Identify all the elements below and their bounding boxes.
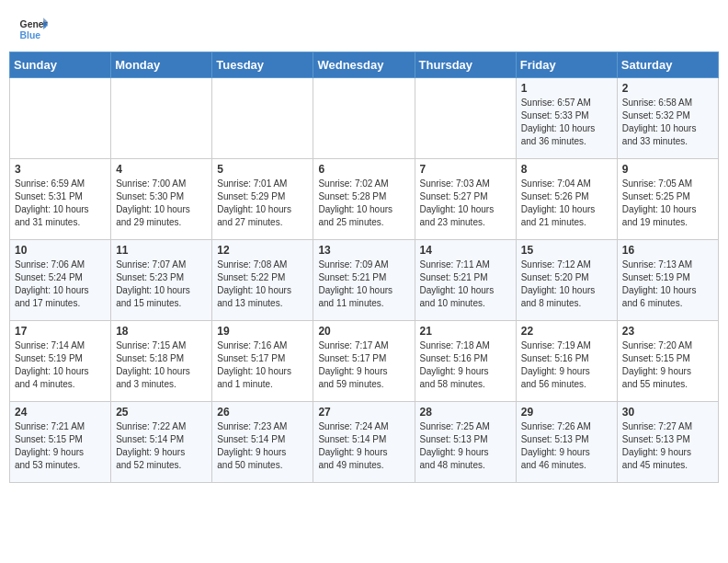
day-info: Sunrise: 7:09 AM Sunset: 5:21 PM Dayligh… bbox=[318, 259, 409, 310]
day-number: 4 bbox=[116, 163, 207, 176]
week-row-2: 3Sunrise: 6:59 AM Sunset: 5:31 PM Daylig… bbox=[10, 159, 719, 240]
day-cell: 7Sunrise: 7:03 AM Sunset: 5:27 PM Daylig… bbox=[415, 159, 516, 240]
day-cell: 28Sunrise: 7:25 AM Sunset: 5:13 PM Dayli… bbox=[415, 402, 516, 483]
day-info: Sunrise: 7:19 AM Sunset: 5:16 PM Dayligh… bbox=[521, 339, 612, 391]
day-cell bbox=[111, 78, 212, 159]
weekday-sunday: Sunday bbox=[10, 52, 111, 78]
day-info: Sunrise: 7:27 AM Sunset: 5:13 PM Dayligh… bbox=[622, 420, 713, 472]
day-info: Sunrise: 7:12 AM Sunset: 5:20 PM Dayligh… bbox=[521, 259, 612, 310]
day-info: Sunrise: 7:05 AM Sunset: 5:25 PM Dayligh… bbox=[622, 178, 713, 229]
day-cell: 1Sunrise: 6:57 AM Sunset: 5:33 PM Daylig… bbox=[516, 78, 617, 159]
day-number: 9 bbox=[622, 163, 713, 176]
day-number: 8 bbox=[521, 163, 612, 176]
day-cell: 2Sunrise: 6:58 AM Sunset: 5:32 PM Daylig… bbox=[617, 78, 718, 159]
day-info: Sunrise: 7:08 AM Sunset: 5:22 PM Dayligh… bbox=[217, 259, 308, 310]
calendar-table: SundayMondayTuesdayWednesdayThursdayFrid… bbox=[9, 52, 719, 483]
logo: General Blue bbox=[18, 15, 48, 44]
svg-text:Blue: Blue bbox=[20, 30, 41, 40]
day-info: Sunrise: 7:03 AM Sunset: 5:27 PM Dayligh… bbox=[420, 178, 511, 229]
day-number: 21 bbox=[420, 325, 511, 338]
day-cell: 17Sunrise: 7:14 AM Sunset: 5:19 PM Dayli… bbox=[10, 321, 111, 402]
day-cell: 22Sunrise: 7:19 AM Sunset: 5:16 PM Dayli… bbox=[516, 321, 617, 402]
day-cell: 6Sunrise: 7:02 AM Sunset: 5:28 PM Daylig… bbox=[313, 159, 415, 240]
day-info: Sunrise: 7:02 AM Sunset: 5:28 PM Dayligh… bbox=[318, 178, 409, 229]
day-cell: 27Sunrise: 7:24 AM Sunset: 5:14 PM Dayli… bbox=[313, 402, 415, 483]
day-info: Sunrise: 7:01 AM Sunset: 5:29 PM Dayligh… bbox=[217, 178, 308, 229]
weekday-friday: Friday bbox=[516, 52, 617, 78]
weekday-thursday: Thursday bbox=[415, 52, 516, 78]
day-info: Sunrise: 7:00 AM Sunset: 5:30 PM Dayligh… bbox=[116, 178, 207, 229]
weekday-wednesday: Wednesday bbox=[313, 52, 415, 78]
day-cell bbox=[415, 78, 516, 159]
day-number: 17 bbox=[15, 325, 106, 338]
day-cell bbox=[212, 78, 313, 159]
day-number: 30 bbox=[622, 406, 713, 419]
day-cell: 24Sunrise: 7:21 AM Sunset: 5:15 PM Dayli… bbox=[10, 402, 111, 483]
day-info: Sunrise: 7:25 AM Sunset: 5:13 PM Dayligh… bbox=[420, 420, 511, 472]
day-info: Sunrise: 6:58 AM Sunset: 5:32 PM Dayligh… bbox=[622, 97, 713, 148]
day-cell: 19Sunrise: 7:16 AM Sunset: 5:17 PM Dayli… bbox=[212, 321, 313, 402]
day-info: Sunrise: 7:24 AM Sunset: 5:14 PM Dayligh… bbox=[318, 420, 409, 472]
day-number: 26 bbox=[217, 406, 308, 419]
day-info: Sunrise: 7:04 AM Sunset: 5:26 PM Dayligh… bbox=[521, 178, 612, 229]
day-number: 29 bbox=[521, 406, 612, 419]
day-cell: 8Sunrise: 7:04 AM Sunset: 5:26 PM Daylig… bbox=[516, 159, 617, 240]
day-number: 28 bbox=[420, 406, 511, 419]
day-cell: 30Sunrise: 7:27 AM Sunset: 5:13 PM Dayli… bbox=[617, 402, 718, 483]
week-row-4: 17Sunrise: 7:14 AM Sunset: 5:19 PM Dayli… bbox=[10, 321, 719, 402]
day-number: 11 bbox=[116, 244, 207, 257]
day-cell bbox=[313, 78, 415, 159]
day-cell: 3Sunrise: 6:59 AM Sunset: 5:31 PM Daylig… bbox=[10, 159, 111, 240]
page-header: General Blue bbox=[0, 0, 728, 52]
day-number: 25 bbox=[116, 406, 207, 419]
day-number: 22 bbox=[521, 325, 612, 338]
day-number: 5 bbox=[217, 163, 308, 176]
day-info: Sunrise: 7:07 AM Sunset: 5:23 PM Dayligh… bbox=[116, 259, 207, 310]
day-cell: 4Sunrise: 7:00 AM Sunset: 5:30 PM Daylig… bbox=[111, 159, 212, 240]
day-info: Sunrise: 7:06 AM Sunset: 5:24 PM Dayligh… bbox=[15, 259, 106, 310]
day-cell: 9Sunrise: 7:05 AM Sunset: 5:25 PM Daylig… bbox=[617, 159, 718, 240]
day-number: 27 bbox=[318, 406, 409, 419]
day-info: Sunrise: 6:57 AM Sunset: 5:33 PM Dayligh… bbox=[521, 97, 612, 148]
day-cell: 13Sunrise: 7:09 AM Sunset: 5:21 PM Dayli… bbox=[313, 240, 415, 321]
day-number: 19 bbox=[217, 325, 308, 338]
day-cell: 5Sunrise: 7:01 AM Sunset: 5:29 PM Daylig… bbox=[212, 159, 313, 240]
calendar-header: SundayMondayTuesdayWednesdayThursdayFrid… bbox=[10, 52, 719, 78]
day-cell: 16Sunrise: 7:13 AM Sunset: 5:19 PM Dayli… bbox=[617, 240, 718, 321]
day-info: Sunrise: 7:23 AM Sunset: 5:14 PM Dayligh… bbox=[217, 420, 308, 472]
week-row-3: 10Sunrise: 7:06 AM Sunset: 5:24 PM Dayli… bbox=[10, 240, 719, 321]
day-cell: 18Sunrise: 7:15 AM Sunset: 5:18 PM Dayli… bbox=[111, 321, 212, 402]
day-cell: 25Sunrise: 7:22 AM Sunset: 5:14 PM Dayli… bbox=[111, 402, 212, 483]
day-cell: 11Sunrise: 7:07 AM Sunset: 5:23 PM Dayli… bbox=[111, 240, 212, 321]
weekday-saturday: Saturday bbox=[617, 52, 718, 78]
day-cell: 26Sunrise: 7:23 AM Sunset: 5:14 PM Dayli… bbox=[212, 402, 313, 483]
day-number: 7 bbox=[420, 163, 511, 176]
day-number: 23 bbox=[622, 325, 713, 338]
day-info: Sunrise: 7:26 AM Sunset: 5:13 PM Dayligh… bbox=[521, 420, 612, 472]
day-number: 13 bbox=[318, 244, 409, 257]
day-number: 15 bbox=[521, 244, 612, 257]
week-row-5: 24Sunrise: 7:21 AM Sunset: 5:15 PM Dayli… bbox=[10, 402, 719, 483]
day-number: 2 bbox=[622, 82, 713, 95]
day-cell: 14Sunrise: 7:11 AM Sunset: 5:21 PM Dayli… bbox=[415, 240, 516, 321]
day-number: 3 bbox=[15, 163, 106, 176]
weekday-tuesday: Tuesday bbox=[212, 52, 313, 78]
day-info: Sunrise: 7:17 AM Sunset: 5:17 PM Dayligh… bbox=[318, 339, 409, 391]
day-number: 14 bbox=[420, 244, 511, 257]
day-info: Sunrise: 7:21 AM Sunset: 5:15 PM Dayligh… bbox=[15, 420, 106, 472]
weekday-header-row: SundayMondayTuesdayWednesdayThursdayFrid… bbox=[10, 52, 719, 78]
day-number: 10 bbox=[15, 244, 106, 257]
day-cell: 23Sunrise: 7:20 AM Sunset: 5:15 PM Dayli… bbox=[617, 321, 718, 402]
day-info: Sunrise: 7:18 AM Sunset: 5:16 PM Dayligh… bbox=[420, 339, 511, 391]
day-number: 16 bbox=[622, 244, 713, 257]
day-cell bbox=[10, 78, 111, 159]
weekday-monday: Monday bbox=[111, 52, 212, 78]
week-row-1: 1Sunrise: 6:57 AM Sunset: 5:33 PM Daylig… bbox=[10, 78, 719, 159]
day-number: 18 bbox=[116, 325, 207, 338]
day-info: Sunrise: 7:16 AM Sunset: 5:17 PM Dayligh… bbox=[217, 339, 308, 391]
day-number: 20 bbox=[318, 325, 409, 338]
day-cell: 29Sunrise: 7:26 AM Sunset: 5:13 PM Dayli… bbox=[516, 402, 617, 483]
calendar-body: 1Sunrise: 6:57 AM Sunset: 5:33 PM Daylig… bbox=[10, 78, 719, 483]
day-info: Sunrise: 7:14 AM Sunset: 5:19 PM Dayligh… bbox=[15, 339, 106, 391]
day-info: Sunrise: 7:13 AM Sunset: 5:19 PM Dayligh… bbox=[622, 259, 713, 310]
